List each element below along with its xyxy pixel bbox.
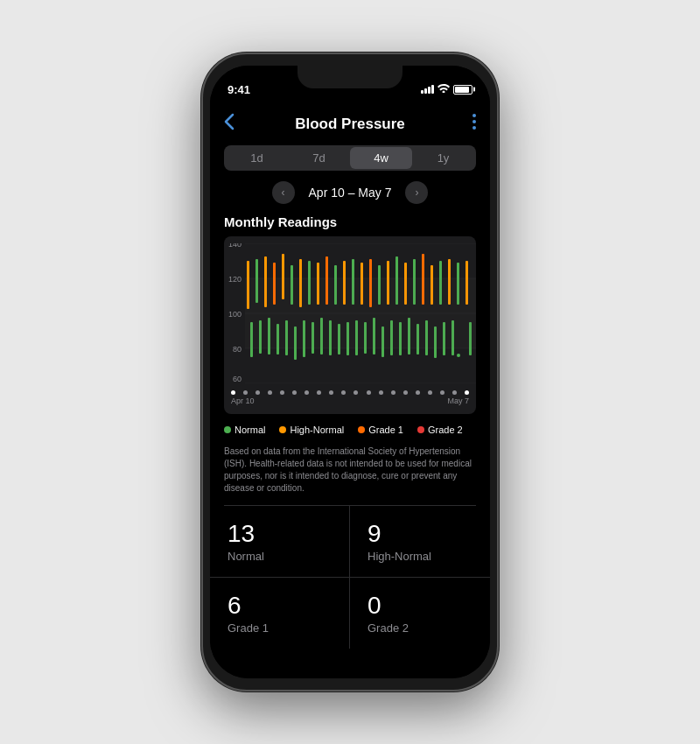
battery-icon: [453, 85, 472, 95]
svg-text:120: 120: [228, 275, 242, 284]
legend-grade1-dot: [358, 426, 365, 433]
stat-grade1-number: 6 Days: [228, 592, 332, 620]
chart-section: Monthly Readings 140 120 100 80: [210, 214, 490, 414]
svg-text:100: 100: [228, 310, 242, 319]
prev-date-button[interactable]: ‹: [272, 181, 295, 204]
legend-grade2-label: Grade 2: [428, 425, 463, 435]
tab-1y[interactable]: 1y: [412, 147, 474, 169]
legend-normal-dot: [224, 426, 231, 433]
legend-high-normal-label: High-Normal: [290, 425, 344, 435]
stat-grade1-label: Grade 1: [228, 621, 332, 635]
stat-grade1: 6 Days Grade 1: [210, 578, 350, 649]
svg-point-1: [472, 120, 476, 123]
timeline-dots: [224, 387, 476, 395]
date-range: ‹ Apr 10 – May 7 ›: [210, 181, 490, 204]
svg-text:60: 60: [233, 375, 242, 383]
stat-high-normal-label: High-Normal: [368, 550, 472, 563]
page-title: Blood Pressure: [245, 116, 455, 133]
stat-grade2-label: Grade 2: [368, 621, 472, 635]
next-date-button[interactable]: ›: [405, 181, 428, 204]
back-button[interactable]: [224, 113, 245, 135]
stat-grade2-number: 0 Days: [368, 592, 472, 620]
date-range-text: Apr 10 – May 7: [309, 186, 392, 200]
stat-normal: 13 Days Normal: [210, 506, 350, 578]
timeline-dot: [440, 390, 444, 395]
timeline-dot: [403, 390, 408, 395]
wifi-icon: [438, 83, 450, 95]
legend-high-normal-dot: [279, 426, 286, 433]
signal-icon: [421, 85, 434, 94]
chart-svg: 140 120 100 80 60: [224, 243, 476, 383]
chart-title: Monthly Readings: [224, 214, 476, 229]
stat-normal-label: Normal: [228, 550, 332, 563]
phone-screen: 9:41: [210, 66, 490, 678]
svg-text:80: 80: [233, 345, 242, 354]
stat-normal-number: 13 Days: [228, 520, 332, 548]
status-icons: [421, 83, 472, 95]
timeline-dot: [231, 390, 235, 395]
stat-grade2: 0 Days Grade 2: [350, 578, 490, 649]
legend-grade2: Grade 2: [417, 425, 463, 435]
chart-container: 140 120 100 80 60: [224, 236, 476, 414]
screen-content: Blood Pressure 1d 7d 4w 1y ‹: [210, 104, 490, 678]
svg-point-2: [472, 126, 476, 130]
notch: [298, 66, 402, 88]
end-date-label: May 7: [447, 397, 469, 405]
header: Blood Pressure: [210, 104, 490, 142]
timeline-labels: Apr 10 May 7: [224, 395, 476, 407]
stat-high-normal: 9 Days High-Normal: [350, 506, 490, 578]
more-button[interactable]: [455, 114, 476, 134]
legend-normal-label: Normal: [234, 425, 265, 435]
svg-rect-65: [245, 278, 476, 348]
tab-4w[interactable]: 4w: [350, 147, 412, 169]
legend-grade1-label: Grade 1: [368, 425, 403, 435]
tab-bar: 1d 7d 4w 1y: [224, 145, 476, 171]
status-time: 9:41: [228, 83, 250, 96]
stats-grid: 13 Days Normal 9 Days High-Normal 6 Days: [210, 506, 490, 649]
phone-frame: 9:41: [201, 53, 499, 691]
timeline-dot: [452, 390, 457, 395]
legend-high-normal: High-Normal: [279, 425, 344, 435]
svg-point-0: [472, 114, 476, 117]
timeline-dot: [465, 390, 469, 395]
legend-normal: Normal: [224, 425, 265, 435]
timeline-dot: [428, 390, 432, 395]
timeline-dot: [379, 390, 383, 395]
timeline-dot: [416, 390, 420, 395]
timeline-dot: [391, 390, 396, 395]
start-date-label: Apr 10: [231, 397, 255, 405]
tab-1d[interactable]: 1d: [226, 147, 288, 169]
legend-grade1: Grade 1: [358, 425, 403, 435]
svg-text:140: 140: [228, 243, 242, 249]
status-bar: 9:41: [210, 66, 490, 104]
tab-7d[interactable]: 7d: [288, 147, 350, 169]
timeline-dot: [367, 390, 371, 395]
legend: Normal High-Normal Grade 1 Grade 2: [210, 418, 490, 442]
svg-point-62: [457, 354, 460, 357]
stat-high-normal-number: 9 Days: [368, 520, 472, 548]
disclaimer-text: Based on data from the International Soc…: [210, 442, 490, 505]
legend-grade2-dot: [417, 426, 424, 433]
